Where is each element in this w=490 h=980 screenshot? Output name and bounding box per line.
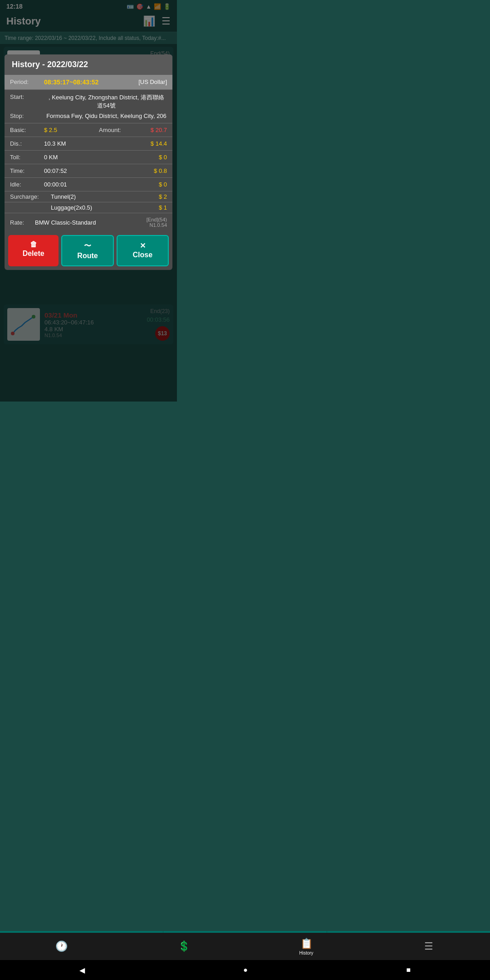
toll-row: Toll: 0 KM $ 0 xyxy=(5,150,172,164)
surcharge-row-2: Luggage(2x0.5) $ 1 xyxy=(5,202,172,213)
time-row: Time: 00:07:52 $ 0.8 xyxy=(5,164,172,177)
delete-button[interactable]: 🗑 Delete xyxy=(8,235,59,266)
rate-value: BMW Classic-Standard xyxy=(35,219,147,226)
delete-label: Delete xyxy=(23,250,44,258)
time-cost: $ 0.8 xyxy=(135,167,167,174)
close-button[interactable]: ✕ Close xyxy=(117,235,169,266)
history-detail-dialog: History - 2022/03/22 Period: 08:35:17~08… xyxy=(5,54,172,270)
surcharge-item-2: Luggage(2x0.5) xyxy=(51,204,144,211)
toll-cost: $ 0 xyxy=(135,154,167,161)
period-row: Period: 08:35:17~08:43:52 [US Dollar] xyxy=(5,75,172,89)
surcharge-cost-2: $ 1 xyxy=(144,204,167,211)
rate-detail: [End](54)N1.0.54 xyxy=(147,217,167,228)
toll-label: Toll: xyxy=(10,154,44,161)
surcharge-label-2 xyxy=(10,204,51,211)
start-row: Start: , Keelung City, Zhongshan Distric… xyxy=(5,89,172,123)
close-icon: ✕ xyxy=(140,241,146,250)
amount-label: Amount: xyxy=(99,127,135,133)
basic-value: $ 2.5 xyxy=(44,127,99,133)
rate-row: Rate: BMW Classic-Standard [End](54)N1.0… xyxy=(5,213,172,231)
idle-label: Idle: xyxy=(10,181,44,188)
distance-row: Dis.: 10.3 KM $ 14.4 xyxy=(5,137,172,150)
surcharge-row-1: Surcharge: Tunnel(2) $ 2 xyxy=(5,191,172,202)
time-label: Time: xyxy=(10,167,44,174)
route-button[interactable]: 〜 Route xyxy=(61,235,113,266)
period-label: Period: xyxy=(10,78,44,85)
dis-cost: $ 14.4 xyxy=(135,140,167,147)
surcharge-item-1: Tunnel(2) xyxy=(51,193,144,200)
stop-value: Formosa Fwy, Qidu District, Keelung City… xyxy=(46,113,167,119)
period-currency: [US Dollar] xyxy=(138,78,167,85)
rate-label: Rate: xyxy=(10,219,35,226)
basic-label: Basic: xyxy=(10,127,44,133)
period-value: 08:35:17~08:43:52 xyxy=(44,78,98,86)
dialog-title: History - 2022/03/22 xyxy=(5,54,172,75)
toll-value: 0 KM xyxy=(44,154,135,161)
route-label: Route xyxy=(77,252,98,260)
stop-label: Stop: xyxy=(10,113,44,119)
route-icon: 〜 xyxy=(84,241,91,251)
close-label: Close xyxy=(133,251,153,259)
idle-row: Idle: 00:00:01 $ 0 xyxy=(5,177,172,191)
idle-value: 00:00:01 xyxy=(44,181,135,188)
surcharge-label: Surcharge: xyxy=(10,193,51,200)
start-value: , Keelung City, Zhongshan District, 港西聯絡… xyxy=(46,93,167,110)
time-value: 00:07:52 xyxy=(44,167,135,174)
dis-value: 10.3 KM xyxy=(44,140,135,147)
dialog-buttons: 🗑 Delete 〜 Route ✕ Close xyxy=(5,231,172,270)
surcharge-cost-1: $ 2 xyxy=(144,193,167,200)
dis-label: Dis.: xyxy=(10,140,44,147)
basic-amount-row: Basic: $ 2.5 Amount: $ 20.7 xyxy=(5,123,172,137)
amount-value: $ 20.7 xyxy=(135,127,167,133)
idle-cost: $ 0 xyxy=(135,181,167,188)
start-label: Start: xyxy=(10,93,44,110)
delete-icon: 🗑 xyxy=(30,240,37,249)
